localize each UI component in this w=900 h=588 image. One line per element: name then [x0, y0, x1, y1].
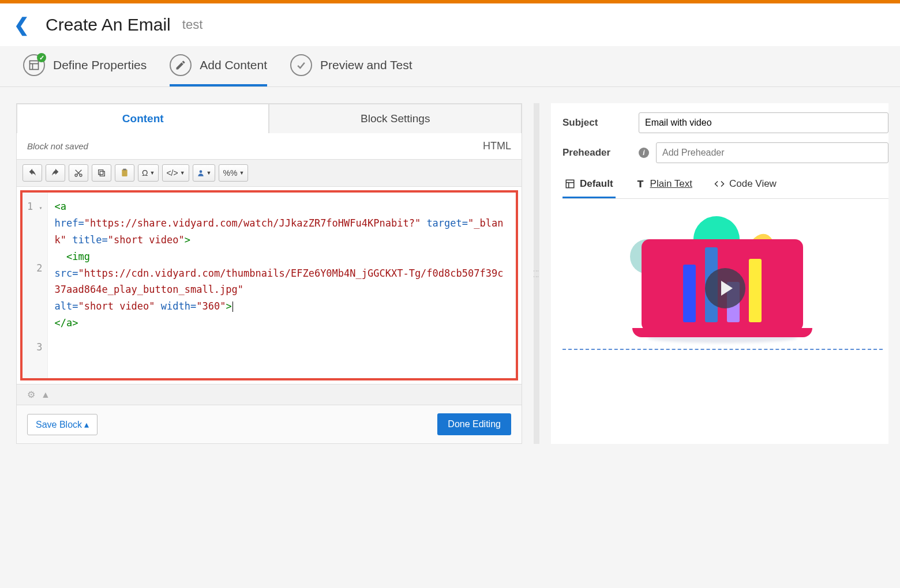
- step-label: Add Content: [200, 58, 267, 72]
- tab-block-settings[interactable]: Block Settings: [269, 104, 521, 133]
- redo-button[interactable]: [46, 164, 65, 182]
- code-editor[interactable]: 1 ▾ 2 3 <a href="https://share.vidyard.c…: [20, 190, 518, 380]
- check-icon: [290, 54, 312, 76]
- step-add-content[interactable]: Add Content: [170, 54, 267, 86]
- cut-button[interactable]: [69, 164, 88, 182]
- step-define-properties[interactable]: ✓ Define Properties: [23, 54, 147, 86]
- save-block-button[interactable]: Save Block ▴: [27, 414, 97, 435]
- undo-button[interactable]: [22, 164, 42, 182]
- copy-button[interactable]: [92, 164, 111, 182]
- svg-rect-7: [100, 171, 104, 176]
- play-button-icon[interactable]: [705, 268, 745, 308]
- special-char-button[interactable]: Ω▼: [138, 164, 159, 182]
- step-label: Define Properties: [53, 58, 147, 72]
- svg-rect-10: [123, 169, 126, 171]
- view-tab-default[interactable]: Default: [562, 172, 616, 198]
- preheader-label: Preheader: [562, 147, 632, 159]
- line-gutter: 1 ▾ 2 3: [22, 193, 48, 378]
- done-editing-button[interactable]: Done Editing: [437, 413, 511, 435]
- step-preview-test[interactable]: Preview and Test: [290, 54, 412, 86]
- step-label: Preview and Test: [320, 58, 412, 72]
- collapse-up-icon[interactable]: ▲: [41, 390, 50, 400]
- source-button[interactable]: </>▼: [162, 164, 189, 182]
- wizard-steps: ✓ Define Properties Add Content Preview …: [0, 46, 900, 87]
- text-icon: [635, 179, 646, 189]
- block-save-status: Block not saved: [27, 141, 88, 151]
- pencil-icon: [170, 54, 192, 76]
- info-icon[interactable]: i: [639, 148, 649, 158]
- svg-point-11: [199, 170, 202, 173]
- variable-button[interactable]: %%▼: [219, 164, 248, 182]
- code-icon: [714, 179, 725, 189]
- check-badge-icon: ✓: [37, 53, 46, 62]
- subject-label: Subject: [562, 117, 632, 129]
- splitter-handle[interactable]: ⋮⋮: [534, 103, 539, 444]
- preheader-input[interactable]: [656, 142, 888, 163]
- svg-rect-12: [566, 180, 574, 188]
- svg-rect-9: [122, 169, 127, 176]
- svg-rect-0: [30, 61, 39, 70]
- video-thumbnail[interactable]: [630, 216, 815, 343]
- editor-mode-label: HTML: [483, 140, 511, 152]
- email-preview: [562, 199, 883, 350]
- view-tab-code-view[interactable]: Code View: [712, 172, 779, 198]
- editor-toolbar: Ω▼ </>▼ ▼ %%▼: [17, 159, 522, 187]
- gear-icon[interactable]: ⚙: [27, 389, 35, 400]
- page-title: Create An Email: [46, 15, 171, 35]
- code-body[interactable]: <a href="https://share.vidyard.com/watch…: [48, 193, 516, 378]
- layout-icon: ✓: [23, 54, 45, 76]
- back-arrow-icon[interactable]: ❮: [14, 14, 29, 36]
- svg-rect-8: [99, 170, 103, 175]
- view-tab-plain-text[interactable]: Plain Text: [633, 172, 695, 198]
- layout-icon: [565, 179, 575, 189]
- page-subtitle: test: [182, 17, 202, 32]
- subject-input[interactable]: [639, 112, 888, 133]
- paste-button[interactable]: [115, 164, 134, 182]
- tab-content[interactable]: Content: [17, 104, 269, 133]
- page-header: ❮ Create An Email test: [0, 3, 900, 46]
- personalize-button[interactable]: ▼: [193, 164, 216, 182]
